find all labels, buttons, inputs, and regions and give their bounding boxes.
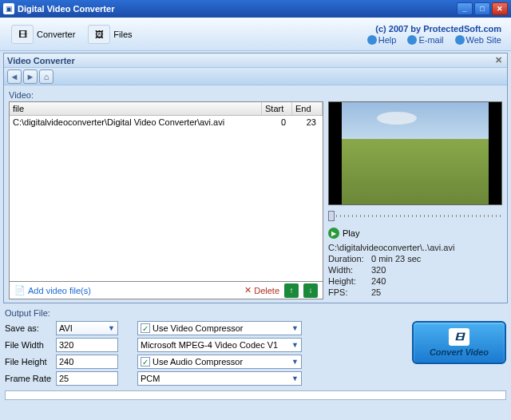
website-link[interactable]: Web Site [455, 35, 501, 45]
col-start[interactable]: Start [262, 102, 292, 115]
minimize-button[interactable]: _ [457, 2, 473, 15]
help-link[interactable]: Help [367, 35, 397, 45]
video-converter-panel: Video Converter ✕ ◄ ► ⌂ Video: file Star… [3, 53, 508, 303]
video-codec-select[interactable]: Microsoft MPEG-4 Video Codec V1▼ [137, 338, 302, 352]
audio-codec-select[interactable]: PCM▼ [137, 371, 302, 386]
close-button[interactable]: ✕ [492, 2, 508, 15]
converter-button[interactable]: 🎞 Converter [5, 23, 81, 46]
col-end[interactable]: End [292, 102, 323, 115]
file-table[interactable]: file Start End C:\digitalvideoconverter\… [9, 101, 323, 282]
convert-icon: 🎞 [449, 328, 469, 346]
seek-slider[interactable] [328, 208, 502, 223]
move-up-button[interactable]: ↑ [284, 283, 299, 298]
panel-title: Video Converter [7, 56, 75, 65]
table-row[interactable]: C:\digitalvideoconverter\Digital Video C… [10, 116, 323, 129]
chevron-down-icon: ▼ [291, 341, 299, 349]
email-icon [407, 35, 417, 45]
chevron-down-icon: ▼ [291, 358, 299, 366]
window-title: Digital Video Converter [18, 4, 457, 14]
files-icon: 🖼 [88, 25, 110, 44]
video-preview [328, 101, 502, 205]
saveas-select[interactable]: AVI▼ [56, 321, 118, 335]
progress-bar [5, 390, 506, 400]
email-link[interactable]: E-mail [407, 35, 443, 45]
play-icon: ▶ [328, 228, 339, 239]
use-audio-compressor-check[interactable]: ✓Use Audio Compressor▼ [137, 355, 302, 369]
use-video-compressor-check[interactable]: ✓Use Video Compressor▼ [137, 321, 302, 335]
website-icon [455, 35, 465, 45]
video-metadata: C:\digitalvideoconverter\..\avi.avi Dura… [328, 242, 502, 298]
delete-icon: ✕ [244, 285, 252, 295]
panel-close-button[interactable]: ✕ [493, 55, 504, 66]
panel-navbar: ◄ ► ⌂ [4, 68, 507, 85]
fileheight-label: File Height [5, 357, 53, 367]
maximize-button[interactable]: □ [474, 2, 490, 15]
copyright-text: (c) 2007 by ProtectedSoft.com [375, 24, 501, 34]
add-icon: 📄 [14, 285, 26, 295]
framerate-label: Frame Rate [5, 374, 53, 383]
files-button[interactable]: 🖼 Files [81, 23, 138, 46]
nav-back-button[interactable]: ◄ [7, 69, 22, 84]
cell-file: C:\digitalvideoconverter\Digital Video C… [10, 116, 262, 129]
cell-end: 23 [292, 116, 323, 129]
chevron-down-icon: ▼ [291, 374, 299, 382]
table-footer: 📄Add video file(s) ✕Delete ↑ ↓ [9, 282, 323, 299]
framerate-input[interactable] [56, 371, 118, 386]
delete-button[interactable]: ✕Delete [244, 285, 279, 295]
converter-label: Converter [37, 30, 75, 39]
converter-icon: 🎞 [11, 25, 34, 44]
app-icon: ▣ [3, 3, 14, 14]
slider-thumb[interactable] [328, 211, 335, 221]
move-down-button[interactable]: ↓ [303, 283, 318, 298]
saveas-label: Save as: [5, 323, 53, 333]
fileheight-input[interactable] [56, 355, 118, 369]
title-bar: ▣ Digital Video Converter _ □ ✕ [0, 0, 511, 18]
filewidth-input[interactable] [56, 338, 118, 352]
filewidth-label: File Width [5, 340, 53, 350]
nav-home-button[interactable]: ⌂ [39, 69, 53, 84]
checkbox-icon: ✓ [141, 357, 150, 367]
checkbox-icon: ✓ [141, 323, 150, 333]
play-button[interactable]: ▶ Play [328, 228, 502, 239]
nav-forward-button[interactable]: ► [23, 69, 38, 84]
chevron-down-icon: ▼ [291, 324, 299, 332]
col-file[interactable]: file [10, 102, 262, 115]
chevron-down-icon: ▼ [108, 324, 115, 332]
meta-path: C:\digitalvideoconverter\..\avi.avi [328, 242, 502, 253]
main-toolbar: 🎞 Converter 🖼 Files (c) 2007 by Protecte… [0, 18, 511, 51]
convert-video-button[interactable]: 🎞 Convert Video [412, 321, 506, 364]
output-file-label: Output File: [5, 308, 506, 318]
video-label: Video: [9, 90, 502, 100]
add-file-button[interactable]: 📄Add video file(s) [14, 285, 91, 295]
help-icon [367, 35, 377, 45]
panel-header: Video Converter ✕ [4, 53, 507, 68]
cell-start: 0 [262, 116, 292, 129]
files-label: Files [113, 30, 132, 39]
